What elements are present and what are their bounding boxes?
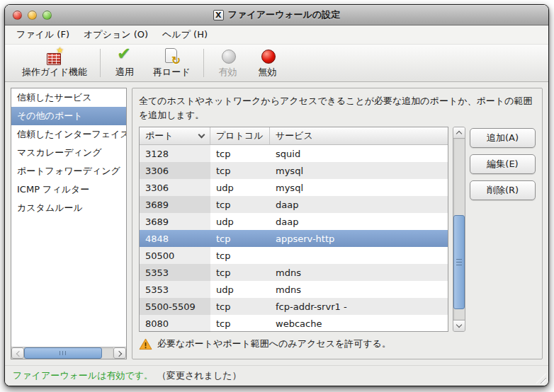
table-cell: tcp — [210, 264, 270, 281]
delete-button[interactable]: 削除(R) — [470, 180, 536, 200]
sidebar-horizontal-scrollbar[interactable] — [11, 347, 126, 359]
table-cell: tcp — [210, 145, 270, 162]
minimize-button[interactable] — [28, 11, 37, 20]
firewall-status-text: ファイアーウォールは有効です。 — [13, 369, 153, 382]
edit-button[interactable]: 編集(E) — [470, 154, 536, 174]
horizontal-scroll-thumb[interactable] — [24, 347, 102, 359]
content-area: 信頼したサービスその他のポート信頼したインターフェイスマスカレーディングポートフ… — [5, 82, 548, 365]
table-cell — [270, 247, 448, 264]
sidebar: 信頼したサービスその他のポート信頼したインターフェイスマスカレーディングポートフ… — [11, 88, 127, 359]
sidebar-item[interactable]: ポートフォワーディング — [11, 162, 126, 180]
column-header-port-label: ポート — [145, 129, 174, 142]
scroll-up-button[interactable] — [453, 127, 465, 139]
sidebar-item[interactable]: カスタムルール — [11, 199, 126, 217]
sidebar-item[interactable]: 信頼したインターフェイス — [11, 125, 126, 144]
horizontal-scroll-track[interactable] — [24, 347, 113, 359]
table-row[interactable]: 4848tcpappserv-http — [140, 230, 448, 247]
table-row[interactable]: 8080tcpwebcache — [140, 315, 448, 332]
vertical-scroll-thumb[interactable] — [453, 215, 465, 309]
table-row[interactable]: 5353udpmdns — [140, 281, 448, 298]
toolbar-button-wizard[interactable]: 操作ガイド機能 — [13, 46, 96, 81]
other-ports-panel: 全てのホストやネットワークからアクセスできることが必要な追加のポートか、ポートの… — [132, 88, 543, 359]
table-cell: tcp — [210, 315, 270, 332]
toolbar-separator — [100, 49, 101, 77]
scroll-right-button[interactable] — [113, 347, 126, 359]
table-cell: tcp — [210, 298, 270, 315]
table-cell: 3689 — [140, 213, 210, 230]
menu-item[interactable]: オプション (O) — [77, 25, 155, 44]
column-header-port[interactable]: ポート — [140, 127, 210, 144]
table-header: ポート プロトコル サービス — [140, 127, 448, 145]
vertical-scroll-track[interactable] — [453, 139, 465, 320]
table-row[interactable]: 50500tcp — [140, 247, 448, 264]
column-header-protocol-label: プロトコル — [216, 129, 264, 142]
menu-item[interactable]: ヘルプ (H) — [155, 25, 215, 44]
sort-descending-icon — [198, 131, 205, 138]
scroll-left-button[interactable] — [11, 347, 24, 359]
ports-table-zone: ポート プロトコル サービス 3128tcpsquid3306tcpmysql3… — [139, 127, 536, 332]
circle-gray-icon — [219, 48, 237, 65]
toolbar-button-label: 有効 — [219, 66, 237, 79]
table-cell: tcp — [210, 230, 270, 247]
resize-grip[interactable] — [536, 373, 546, 384]
table-cell: appserv-http — [270, 230, 448, 247]
table-row[interactable]: 3306udpmysql — [140, 179, 448, 196]
table-row[interactable]: 3306tcpmysql — [140, 162, 448, 179]
table-cell: tcp — [210, 196, 270, 213]
warning-icon — [139, 338, 152, 350]
statusbar: ファイアーウォールは有効です。 （変更されました） — [5, 365, 548, 386]
table-body: 3128tcpsquid3306tcpmysql3306udpmysql3689… — [140, 145, 448, 332]
column-header-service[interactable]: サービス — [270, 127, 448, 144]
table-row[interactable]: 5353tcpmdns — [140, 264, 448, 281]
window-controls — [13, 11, 52, 20]
zoom-button[interactable] — [43, 11, 52, 20]
table-row[interactable]: 3128tcpsquid — [140, 145, 448, 162]
modified-note: （変更されました） — [157, 369, 242, 382]
table-cell: fcp-addr-srvr1 - — [270, 298, 448, 315]
firewall-settings-window: X ファイアーウォールの設定 ファイル (F)オプション (O)ヘルプ (H) … — [4, 4, 549, 386]
sidebar-item[interactable]: その他のポート — [11, 107, 126, 125]
table-cell: squid — [270, 145, 448, 162]
table-row[interactable]: 3689udpdaap — [140, 213, 448, 230]
table-cell: udp — [210, 213, 270, 230]
ports-table: ポート プロトコル サービス 3128tcpsquid3306tcpmysql3… — [139, 127, 448, 332]
table-cell: udp — [210, 179, 270, 196]
chevron-up-icon — [456, 131, 461, 137]
table-cell: 8080 — [140, 315, 210, 332]
check-icon — [115, 48, 134, 65]
table-cell: daap — [270, 213, 448, 230]
table-row[interactable]: 3689tcpdaap — [140, 196, 448, 213]
x11-icon: X — [213, 10, 224, 21]
table-vertical-scrollbar[interactable] — [453, 127, 465, 332]
toolbar-button-label: 操作ガイド機能 — [22, 66, 87, 79]
table-cell: tcp — [210, 162, 270, 179]
scroll-down-button[interactable] — [453, 320, 465, 331]
window-title-area: X ファイアーウォールの設定 — [213, 8, 340, 21]
toolbar-button-disable[interactable]: 無効 — [248, 46, 288, 81]
chevron-down-icon — [456, 322, 461, 328]
toolbar-button-apply[interactable]: 適用 — [105, 46, 145, 81]
table-cell: mysql — [270, 162, 448, 179]
table-cell: 3306 — [140, 179, 210, 196]
sidebar-item[interactable]: マスカレーディング — [11, 144, 126, 162]
sidebar-item[interactable]: 信頼したサービス — [11, 88, 126, 107]
table-row[interactable]: 5500-5509tcpfcp-addr-srvr1 - — [140, 298, 448, 315]
chevron-right-icon — [116, 351, 122, 357]
toolbar-button-reload[interactable]: 再ロード — [145, 46, 199, 81]
circle-red-icon — [259, 48, 277, 65]
column-header-protocol[interactable]: プロトコル — [210, 127, 270, 144]
table-cell: 3306 — [140, 162, 210, 179]
add-button[interactable]: 追加(A) — [470, 128, 536, 148]
table-cell: daap — [270, 196, 448, 213]
table-cell: mysql — [270, 179, 448, 196]
close-button[interactable] — [13, 11, 22, 20]
sidebar-item[interactable]: ICMP フィルター — [11, 180, 126, 199]
toolbar-button-label: 適用 — [115, 66, 134, 79]
table-cell: 3128 — [140, 145, 210, 162]
menu-item[interactable]: ファイル (F) — [9, 25, 77, 44]
table-cell: 4848 — [140, 230, 210, 247]
table-cell: udp — [210, 281, 270, 298]
wizard-icon — [45, 48, 64, 65]
toolbar-separator — [203, 49, 204, 77]
toolbar-button-label: 再ロード — [153, 66, 191, 79]
